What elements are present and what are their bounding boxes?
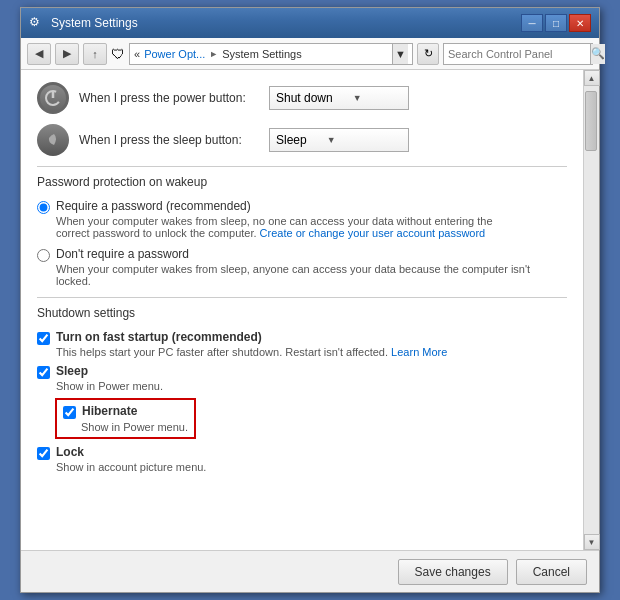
main-content: When I press the power button: Shut down…: [21, 70, 583, 550]
lock-checkbox[interactable]: [37, 447, 50, 460]
refresh-button[interactable]: ↻: [417, 43, 439, 65]
power-button-row: When I press the power button: Shut down…: [37, 82, 567, 114]
fast-startup-desc: This helps start your PC faster after sh…: [56, 346, 447, 358]
sleep-desc: Show in Power menu.: [56, 380, 163, 392]
lock-content: Lock Show in account picture menu.: [56, 445, 206, 473]
no-require-password-label: Don't require a password: [56, 247, 567, 261]
scroll-down-button[interactable]: ▼: [584, 534, 600, 550]
hibernate-checkbox-row: Hibernate: [63, 404, 188, 419]
window-icon: ⚙: [29, 15, 45, 31]
up-button[interactable]: ↑: [83, 43, 107, 65]
breadcrumb-prefix: «: [134, 48, 140, 60]
minimize-button[interactable]: ─: [521, 14, 543, 32]
lock-row: Lock Show in account picture menu.: [37, 445, 567, 473]
title-bar-left: ⚙ System Settings: [29, 15, 138, 31]
breadcrumb: « Power Opt... ► System Settings ▼: [129, 43, 413, 65]
breadcrumb-middle[interactable]: Power Opt...: [144, 48, 205, 60]
require-password-option: Require a password (recommended) When yo…: [37, 199, 567, 239]
password-section-title: Password protection on wakeup: [37, 175, 567, 189]
scroll-track[interactable]: [584, 86, 599, 534]
hibernate-highlight-box: Hibernate Show in Power menu.: [55, 398, 196, 439]
sleep-checkbox[interactable]: [37, 366, 50, 379]
search-input[interactable]: [444, 48, 590, 60]
no-require-password-option: Don't require a password When your compu…: [37, 247, 567, 287]
sleep-button-label: When I press the sleep button:: [79, 133, 259, 147]
content-area: When I press the power button: Shut down…: [21, 70, 599, 550]
require-desc-1: When your computer wakes from sleep, no …: [56, 215, 493, 227]
learn-more-link[interactable]: Learn More: [391, 346, 447, 358]
power-icon: [37, 82, 69, 114]
fast-startup-checkbox[interactable]: [37, 332, 50, 345]
sleep-content: Sleep Show in Power menu.: [56, 364, 163, 392]
shield-icon: 🛡: [111, 46, 125, 62]
system-settings-window: ⚙ System Settings ─ □ ✕ ◀ ▶ ↑ 🛡 « Power …: [20, 7, 600, 593]
window-title: System Settings: [51, 16, 138, 30]
sleep-button-dropdown[interactable]: Sleep ▼: [269, 128, 409, 152]
sleep-row: Sleep Show in Power menu.: [37, 364, 567, 392]
title-bar: ⚙ System Settings ─ □ ✕: [21, 8, 599, 38]
password-change-link[interactable]: Create or change your user account passw…: [260, 227, 486, 239]
close-button[interactable]: ✕: [569, 14, 591, 32]
require-password-desc: When your computer wakes from sleep, no …: [56, 215, 493, 239]
footer: Save changes Cancel: [21, 550, 599, 592]
cancel-button[interactable]: Cancel: [516, 559, 587, 585]
breadcrumb-dropdown[interactable]: ▼: [392, 44, 408, 64]
fast-startup-row: Turn on fast startup (recommended) This …: [37, 330, 567, 358]
scrollbar: ▲ ▼: [583, 70, 599, 550]
require-desc-2: correct password to unlock the computer.: [56, 227, 257, 239]
search-icon[interactable]: 🔍: [590, 44, 605, 64]
power-button-label: When I press the power button:: [79, 91, 259, 105]
scroll-up-button[interactable]: ▲: [584, 70, 600, 86]
hibernate-row: Hibernate Show in Power menu.: [37, 398, 567, 439]
shutdown-divider: [37, 297, 567, 298]
fast-startup-label: Turn on fast startup (recommended): [56, 330, 447, 344]
shutdown-section-title: Shutdown settings: [37, 306, 567, 320]
power-dropdown-arrow: ▼: [353, 93, 362, 103]
fast-startup-content: Turn on fast startup (recommended) This …: [56, 330, 447, 358]
lock-label: Lock: [56, 445, 206, 459]
hibernate-desc: Show in Power menu.: [81, 421, 188, 433]
sleep-button-row: When I press the sleep button: Sleep ▼: [37, 124, 567, 156]
require-password-label: Require a password (recommended): [56, 199, 493, 213]
fast-startup-desc-text: This helps start your PC faster after sh…: [56, 346, 388, 358]
require-password-text: Require a password (recommended) When yo…: [56, 199, 493, 239]
scroll-thumb[interactable]: [585, 91, 597, 151]
breadcrumb-current: System Settings: [222, 48, 301, 60]
maximize-button[interactable]: □: [545, 14, 567, 32]
no-require-password-radio[interactable]: [37, 249, 50, 262]
power-button-value: Shut down: [276, 91, 333, 105]
sleep-shutdown-label: Sleep: [56, 364, 163, 378]
sleep-button-value: Sleep: [276, 133, 307, 147]
power-button-dropdown[interactable]: Shut down ▼: [269, 86, 409, 110]
save-changes-button[interactable]: Save changes: [398, 559, 508, 585]
breadcrumb-arrow: ►: [209, 49, 218, 59]
hibernate-checkbox[interactable]: [63, 406, 76, 419]
lock-desc: Show in account picture menu.: [56, 461, 206, 473]
no-require-password-desc: When your computer wakes from sleep, any…: [56, 263, 567, 287]
address-bar: ◀ ▶ ↑ 🛡 « Power Opt... ► System Settings…: [21, 38, 599, 70]
search-box: 🔍: [443, 43, 593, 65]
sleep-icon: [37, 124, 69, 156]
hibernate-label: Hibernate: [82, 404, 137, 418]
forward-button[interactable]: ▶: [55, 43, 79, 65]
no-require-password-text: Don't require a password When your compu…: [56, 247, 567, 287]
require-password-radio[interactable]: [37, 201, 50, 214]
password-divider: [37, 166, 567, 167]
title-buttons: ─ □ ✕: [521, 14, 591, 32]
back-button[interactable]: ◀: [27, 43, 51, 65]
sleep-dropdown-arrow: ▼: [327, 135, 336, 145]
